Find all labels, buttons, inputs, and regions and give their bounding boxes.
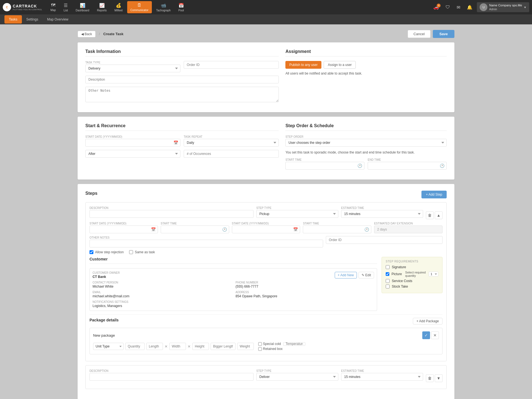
step1-start-time-group: START TIME 09:00 AM 🕐 — [161, 222, 229, 233]
step1-notes-group: OTHER NOTES Pickup car keys, talk to Ann… — [89, 236, 323, 247]
end-time-group: END TIME 05:00 PM 🕐 — [368, 158, 447, 170]
special-cold-checkbox[interactable] — [258, 342, 262, 346]
description-input[interactable] — [85, 76, 279, 83]
step2-est-select[interactable]: 15 minutes — [341, 373, 423, 381]
top-navigation: C CARTRACK PUTTING YOU IN CONTROL 🗺 Map … — [0, 0, 532, 14]
step1-notes-input[interactable]: Pickup car keys, talk to Anna Kealey in … — [89, 240, 323, 247]
step1-calendar-icon[interactable]: 📅 — [151, 227, 156, 232]
pkg-confirm-button[interactable]: ✓ — [422, 331, 430, 339]
description-group — [85, 76, 279, 83]
step1-clock-end-icon[interactable]: 🕐 — [364, 227, 369, 232]
add-package-button[interactable]: + Add Package — [413, 318, 443, 324]
step-order-select[interactable]: User chooses the step order — [285, 139, 447, 147]
step1-delete-button[interactable]: 🗑 — [426, 211, 434, 219]
retained-box-label[interactable]: Retained box — [258, 347, 305, 351]
step1-end-time-input[interactable]: 10:00 AM — [303, 226, 371, 233]
step1-collapse-button[interactable]: ▲ — [435, 211, 443, 219]
req-picture-qty[interactable]: 1 — [429, 272, 438, 277]
step2-type-select[interactable]: Deliver — [256, 373, 338, 381]
other-notes-row — [85, 87, 279, 102]
step1-start-time-input[interactable]: 09:00 AM — [161, 226, 229, 233]
step-order-label: STEP ORDER — [285, 135, 447, 138]
step-requirements: STEP REQUIREMENTS Signature Picture Sele… — [382, 257, 443, 311]
pool-icon: 📅 — [178, 3, 184, 8]
task-type-select[interactable]: Delivery — [85, 65, 180, 72]
width-input[interactable] — [169, 343, 186, 350]
step1-start-date-group: START DATE (YYYY/MM/DD) 2018/10/26 📅 — [89, 222, 158, 233]
nav-list[interactable]: ☰ List — [60, 1, 71, 14]
step1-start-date-input[interactable]: 2018/10/26 — [89, 226, 158, 233]
weight-input[interactable] — [237, 343, 254, 350]
sec-nav-tasks[interactable]: Tasks — [4, 15, 22, 24]
add-new-customer-button[interactable]: + Add New — [335, 272, 357, 278]
allow-reject-label[interactable]: Allow step rejection — [89, 250, 124, 254]
publish-any-user-button[interactable]: Publish to any user — [285, 61, 321, 69]
nav-mifleet[interactable]: 💰 Mifleet — [111, 1, 126, 14]
vehicle-alert-btn[interactable]: 🚗 8 — [431, 4, 441, 11]
bigger-length-input[interactable] — [211, 343, 236, 350]
cancel-button[interactable]: Cancel — [408, 30, 430, 38]
occurrences-input[interactable] — [184, 150, 279, 158]
order-id-input[interactable] — [184, 61, 279, 69]
same-as-task-checkbox[interactable] — [129, 250, 133, 254]
start-date-input[interactable]: 2018/10/26 — [85, 139, 180, 147]
step2-delete-button[interactable]: 🗑 — [426, 374, 434, 382]
bell-icon-btn[interactable]: 🔔 — [465, 4, 475, 11]
nav-pool[interactable]: 📅 Pool — [175, 1, 187, 14]
assign-to-user-button[interactable]: Assign to a user — [324, 61, 356, 69]
calendar-icon[interactable]: 📅 — [173, 140, 178, 145]
retained-box-checkbox[interactable] — [258, 347, 262, 351]
length-input[interactable] — [146, 343, 163, 350]
sec-nav-settings[interactable]: Settings — [22, 15, 43, 24]
req-signature-checkbox[interactable] — [386, 265, 390, 269]
pkg-name-row: New package ✓ ✕ — [93, 331, 439, 339]
allow-reject-checkbox[interactable] — [89, 250, 93, 254]
step1-order-id-input[interactable] — [326, 236, 443, 244]
order-id-group — [184, 61, 279, 69]
clock-icon-end[interactable]: 🕐 — [440, 163, 444, 168]
height-input[interactable] — [192, 343, 209, 350]
step1-description-input[interactable]: Pickup car keys — [89, 210, 254, 218]
user-menu[interactable]: U Name Company spo.Me Admin ▼ — [477, 2, 529, 12]
clock-icon[interactable]: 🕐 — [357, 163, 362, 168]
sec-nav-map-overview[interactable]: Map Overview — [43, 15, 73, 24]
nav-dashboard[interactable]: 📊 Dashboard — [72, 1, 93, 14]
nav-reports[interactable]: 📈 Reports — [94, 1, 110, 14]
start-time-input[interactable]: 09:00 AM — [285, 162, 364, 170]
communicator-icon: 🗓 — [137, 3, 142, 8]
temperature-input[interactable] — [283, 342, 305, 346]
req-picture-checkbox[interactable] — [386, 272, 389, 276]
other-notes-input[interactable] — [85, 87, 279, 102]
back-button[interactable]: ◀ Back — [78, 31, 96, 37]
step1-est-select[interactable]: 15 minutes — [341, 210, 423, 218]
message-icon-btn[interactable]: ✉ — [454, 4, 462, 11]
task-repeat-select[interactable]: Daily — [184, 139, 279, 147]
nav-communicator[interactable]: 🗓 Communicator — [127, 1, 152, 13]
unit-type-select[interactable]: Unit Type — [93, 343, 124, 350]
special-cold-label[interactable]: Special cold — [258, 342, 305, 346]
nav-tachograph[interactable]: 📹 Tachograph — [153, 1, 174, 14]
step2-description-input[interactable]: Deliver vehicle and documents — [89, 373, 254, 381]
step1-clock-icon[interactable]: 🕐 — [222, 227, 227, 232]
req-service-costs-checkbox[interactable] — [386, 279, 390, 283]
save-button[interactable]: Save — [433, 30, 454, 38]
pkg-remove-button[interactable]: ✕ — [431, 331, 439, 339]
add-step-button[interactable]: + Add Step — [421, 191, 447, 198]
description-row — [85, 76, 279, 83]
same-as-task-label[interactable]: Same as task — [129, 250, 155, 254]
step1-end-date-input[interactable]: 2018/10/26 — [232, 226, 300, 233]
step1-calendar-end-icon[interactable]: 📅 — [293, 227, 298, 232]
step2-expand-button[interactable]: ▼ — [435, 374, 443, 382]
quantity-input[interactable] — [125, 343, 145, 350]
repeat-end-select[interactable]: After — [85, 150, 180, 158]
package-divider — [89, 314, 443, 314]
edit-customer-button[interactable]: ✎ Edit — [359, 272, 374, 278]
shield-icon-btn[interactable]: 🛡 — [443, 4, 452, 11]
logo[interactable]: C CARTRACK PUTTING YOU IN CONTROL — [3, 3, 42, 11]
assignment-title: Assignment — [285, 49, 447, 57]
req-stock-take-checkbox[interactable] — [386, 285, 390, 288]
nav-map[interactable]: 🗺 Map — [47, 1, 59, 13]
tachograph-icon: 📹 — [161, 3, 166, 8]
step1-type-select[interactable]: Pickup — [256, 210, 338, 218]
end-time-input[interactable]: 05:00 PM — [368, 162, 447, 170]
